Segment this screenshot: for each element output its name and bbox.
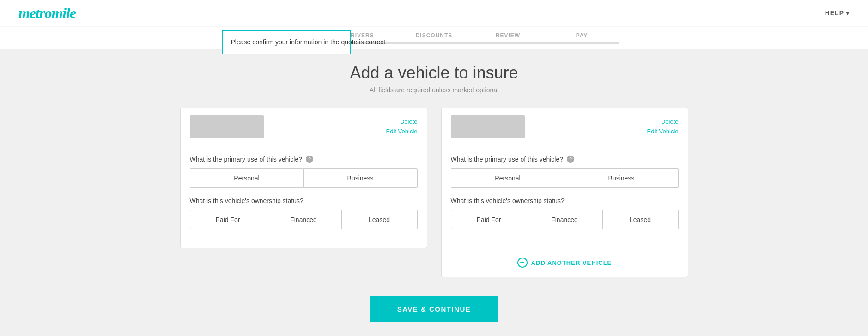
- help-button[interactable]: HELP ▾: [825, 9, 850, 17]
- personal-btn-1[interactable]: Personal: [190, 168, 304, 188]
- step-label-review: REVIEW: [496, 32, 520, 39]
- vehicle-image-2: [451, 115, 525, 138]
- ownership-options-2: Paid For Financed Leased: [451, 210, 679, 229]
- paid-for-btn-1[interactable]: Paid For: [190, 210, 266, 229]
- progress-step-discounts[interactable]: DISCOUNTS: [397, 26, 471, 49]
- save-btn-container: SAVE & CONTINUE: [370, 296, 499, 322]
- step-label-discounts: DISCOUNTS: [416, 32, 453, 39]
- add-vehicle-label: ADD ANOTHER VEHICLE: [531, 259, 612, 266]
- add-vehicle-section: + ADD ANOTHER VEHICLE: [442, 248, 688, 277]
- delete-link-2[interactable]: Delete: [647, 117, 679, 127]
- step-label-drivers: DRIVERS: [346, 32, 374, 39]
- personal-btn-2[interactable]: Personal: [451, 168, 565, 188]
- page-content: Add a vehicle to insure All fields are r…: [0, 49, 868, 336]
- primary-use-question-2: What is the primary use of this vehicle?…: [451, 156, 679, 163]
- financed-btn-2[interactable]: Financed: [527, 210, 603, 229]
- delete-link-1[interactable]: Delete: [386, 117, 418, 127]
- primary-use-help-icon-2[interactable]: ?: [567, 156, 574, 163]
- card-actions-2: Delete Edit Vehicle: [647, 117, 679, 137]
- add-another-vehicle-button[interactable]: + ADD ANOTHER VEHICLE: [517, 258, 612, 268]
- financed-btn-1[interactable]: Financed: [266, 210, 342, 229]
- primary-use-help-icon-1[interactable]: ?: [306, 156, 313, 163]
- primary-use-options-1: Personal Business: [190, 168, 418, 188]
- progress-step-pay[interactable]: PAY: [545, 26, 619, 49]
- primary-use-question-1: What is the primary use of this vehicle?…: [190, 156, 418, 163]
- primary-use-options-2: Personal Business: [451, 168, 679, 188]
- card-header-2: Delete Edit Vehicle: [442, 108, 688, 146]
- card-header-1: Delete Edit Vehicle: [181, 108, 427, 146]
- card-body-1: What is the primary use of this vehicle?…: [181, 146, 427, 248]
- page-title: Add a vehicle to insure: [350, 63, 518, 83]
- ownership-question-1: What is this vehicle's ownership status?: [190, 197, 418, 204]
- header: metromile HELP ▾: [0, 0, 868, 26]
- step-label-vehicle: VEHICLE: [273, 32, 300, 39]
- progress-step-vehicle[interactable]: VEHICLE Please confirm your information …: [249, 26, 323, 49]
- vehicle-card-1: Delete Edit Vehicle What is the primary …: [180, 108, 427, 248]
- help-label: HELP: [825, 9, 844, 17]
- progress-steps: VEHICLE Please confirm your information …: [249, 26, 619, 49]
- step-label-pay: PAY: [576, 32, 588, 39]
- save-continue-button[interactable]: SAVE & CONTINUE: [370, 296, 499, 322]
- cards-container: Delete Edit Vehicle What is the primary …: [180, 108, 688, 277]
- leased-btn-2[interactable]: Leased: [602, 210, 679, 229]
- progress-bar: VEHICLE Please confirm your information …: [0, 26, 868, 49]
- leased-btn-1[interactable]: Leased: [341, 210, 418, 229]
- vehicle-card-2: Delete Edit Vehicle What is the primary …: [441, 108, 688, 277]
- plus-icon: +: [517, 258, 528, 268]
- progress-step-drivers[interactable]: DRIVERS: [323, 26, 397, 49]
- paid-for-btn-2[interactable]: Paid For: [451, 210, 527, 229]
- chevron-down-icon: ▾: [846, 9, 850, 17]
- business-btn-2[interactable]: Business: [565, 168, 679, 188]
- page-subtitle: All fields are required unless marked op…: [370, 86, 498, 94]
- ownership-options-1: Paid For Financed Leased: [190, 210, 418, 229]
- edit-vehicle-link-1[interactable]: Edit Vehicle: [386, 127, 418, 137]
- logo: metromile: [18, 5, 76, 22]
- progress-step-review[interactable]: REVIEW: [471, 26, 545, 49]
- card-actions-1: Delete Edit Vehicle: [386, 117, 418, 137]
- business-btn-1[interactable]: Business: [303, 168, 418, 188]
- vehicle-image-1: [190, 115, 264, 138]
- edit-vehicle-link-2[interactable]: Edit Vehicle: [647, 127, 679, 137]
- card-body-2: What is the primary use of this vehicle?…: [442, 146, 688, 248]
- ownership-question-2: What is this vehicle's ownership status?: [451, 197, 679, 204]
